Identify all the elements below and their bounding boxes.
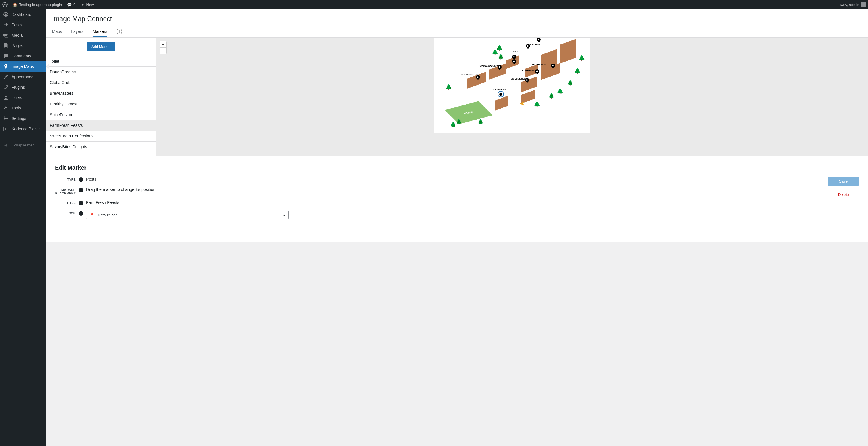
edit-marker-title: Edit Marker [55, 164, 859, 171]
collapse-menu[interactable]: ◀ Collapse menu [0, 140, 46, 150]
marker-list-item[interactable]: FarmFresh Feasts [46, 120, 156, 131]
map-label: CONFECTIONS [527, 43, 541, 45]
sidebar-item-image-maps[interactable]: Image Maps [0, 61, 46, 72]
icon-label: ICON [55, 211, 76, 215]
map-pin[interactable] [536, 38, 541, 42]
edit-marker-section: Edit Marker TYPE i Posts MARKER PLACEMEN… [46, 156, 868, 242]
marker-list-item[interactable]: BrewMasters [46, 88, 156, 99]
marker-list-item[interactable]: GlobalGrub [46, 77, 156, 88]
zoom-controls: + − [160, 41, 166, 54]
wp-logo[interactable] [2, 2, 7, 7]
stage-shape: STAGE [445, 101, 493, 124]
zoom-out-button[interactable]: − [160, 48, 166, 54]
marker-list-item[interactable]: SpiceFusion [46, 109, 156, 120]
pages-icon [3, 43, 9, 48]
sidebar-item-plugins[interactable]: Plugins [0, 82, 46, 93]
tab-markers[interactable]: Markers [93, 26, 107, 37]
map-area: + − STAGE 🌲 🌲 [156, 38, 868, 156]
marker-panel: Add Marker ToiletDoughDreamsGlobalGrubBr… [46, 38, 156, 156]
pin-icon [3, 22, 9, 28]
sidebar-item-media[interactable]: Media [0, 30, 46, 40]
sidebar-item-label: Media [11, 33, 23, 38]
tab-help-icon[interactable]: i [117, 29, 122, 34]
comments-link[interactable]: 💬0 [67, 3, 75, 7]
type-label: TYPE [55, 177, 76, 181]
admin-sidebar: DashboardPostsMediaPagesCommentsImage Ma… [0, 9, 46, 446]
collapse-icon: ◀ [3, 142, 9, 148]
delete-button[interactable]: Delete [828, 190, 859, 199]
dashboard-icon [3, 11, 9, 17]
sidebar-item-label: Appearance [11, 74, 34, 79]
sidebar-item-label: Kadence Blocks [11, 127, 40, 131]
marker-list-item[interactable]: DoughDreams [46, 67, 156, 77]
media-icon [3, 32, 9, 38]
settings-icon [3, 115, 9, 121]
page-title: Image Map Connect [46, 9, 868, 26]
zoom-in-button[interactable]: + [160, 41, 166, 48]
sidebar-item-label: Comments [11, 54, 31, 58]
map-label: BREWMASTERS [462, 74, 478, 76]
new-link[interactable]: ＋New [81, 2, 94, 7]
add-marker-button[interactable]: Add Marker [87, 42, 115, 51]
map-label: DOUGHDREAMS [512, 78, 528, 80]
sidebar-item-tools[interactable]: Tools [0, 103, 46, 113]
users-icon [3, 95, 9, 101]
sidebar-item-label: Tools [11, 106, 21, 110]
avatar [861, 2, 866, 7]
svg-rect-12 [4, 127, 8, 131]
placement-value: Drag the marker to change it's position. [86, 187, 816, 192]
comment-icon: 💬 [67, 3, 72, 7]
icon-select[interactable]: 📍 Default icon ⌄ [86, 211, 288, 219]
howdy-link[interactable]: Howdy, admin [836, 2, 866, 7]
svg-rect-1 [3, 34, 7, 36]
title-value: FarmFresh Feasts [86, 200, 816, 205]
sidebar-item-label: Dashboard [11, 12, 32, 17]
map-label: TOILET [510, 50, 518, 53]
home-icon: 🏠 [13, 3, 17, 7]
info-icon[interactable]: i [79, 211, 83, 216]
sidebar-item-label: Pages [11, 43, 23, 48]
info-icon[interactable]: i [79, 188, 83, 193]
sidebar-item-pages[interactable]: Pages [0, 40, 46, 51]
sidebar-item-posts[interactable]: Posts [0, 20, 46, 30]
info-icon[interactable]: i [79, 177, 83, 182]
kadence-icon [3, 126, 9, 132]
tab-layers[interactable]: Layers [71, 26, 83, 37]
tab-maps[interactable]: Maps [52, 26, 62, 37]
marker-list-item[interactable]: SweetTooth Confections [46, 131, 156, 141]
save-button[interactable]: Save [828, 177, 859, 186]
map-canvas[interactable]: STAGE 🌲 🌲 🌲 🌲 🌲 [434, 38, 590, 133]
svg-point-9 [4, 116, 5, 117]
svg-point-5 [5, 96, 7, 97]
sidebar-item-kadence-blocks[interactable]: Kadence Blocks [0, 124, 46, 134]
sidebar-item-appearance[interactable]: Appearance [0, 72, 46, 82]
main-content: Image Map Connect Maps Layers Markers i … [46, 9, 868, 446]
brush-icon [3, 74, 9, 80]
location-pin-icon: 📍 [89, 213, 94, 217]
icon-select-value: Default icon [98, 213, 118, 217]
placement-label: MARKER PLACEMENT [55, 187, 76, 195]
svg-point-11 [4, 119, 5, 121]
direction-arrow-icon: ➤ [519, 100, 525, 108]
svg-point-10 [6, 118, 7, 119]
map-label: SPICEFUSION [532, 64, 545, 66]
sidebar-item-label: Users [11, 95, 22, 100]
marker-list-item[interactable]: Toilet [46, 56, 156, 67]
tabs: Maps Layers Markers i [46, 26, 868, 38]
marker-list-item[interactable]: HealthyHarvest [46, 99, 156, 109]
admin-bar: 🏠Testing Image map plugin 💬0 ＋New Howdy,… [0, 0, 868, 9]
info-icon[interactable]: i [79, 201, 83, 205]
sidebar-item-dashboard[interactable]: Dashboard [0, 9, 46, 20]
map-pin-selected[interactable] [498, 91, 504, 97]
sidebar-item-label: Plugins [11, 85, 25, 90]
sidebar-item-users[interactable]: Users [0, 93, 46, 103]
sidebar-item-settings[interactable]: Settings [0, 113, 46, 124]
site-link[interactable]: 🏠Testing Image map plugin [13, 3, 62, 7]
chevron-down-icon: ⌄ [282, 213, 285, 217]
marker-list-item[interactable]: SavoryBites Delights [46, 141, 156, 152]
sidebar-item-label: Posts [11, 23, 22, 27]
map-label: GLOBALGRUB [521, 69, 535, 71]
plus-icon: ＋ [81, 2, 85, 7]
sidebar-item-comments[interactable]: Comments [0, 51, 46, 61]
type-value: Posts [86, 177, 816, 181]
